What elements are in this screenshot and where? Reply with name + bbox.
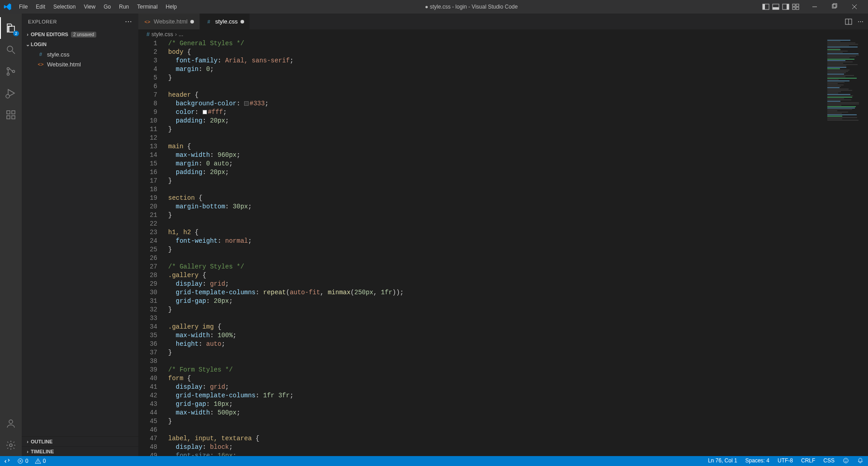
- maximize-button[interactable]: [825, 3, 844, 10]
- menu-view[interactable]: View: [80, 2, 99, 12]
- accounts-activity[interactable]: [0, 413, 22, 434]
- minimize-button[interactable]: [805, 3, 825, 10]
- layout-controls[interactable]: [762, 3, 799, 10]
- remote-indicator[interactable]: [5, 458, 11, 464]
- settings-activity[interactable]: [0, 434, 22, 456]
- editor-tab[interactable]: #style.css: [200, 14, 250, 29]
- encoding[interactable]: UTF-8: [778, 457, 793, 465]
- menu-file[interactable]: File: [15, 2, 31, 12]
- editor-tab[interactable]: <>Website.html: [138, 14, 200, 29]
- editor-tabs: <>Website.html#style.css ⋯: [138, 14, 868, 29]
- debug-activity[interactable]: [0, 82, 22, 104]
- chevron-right-icon: ›: [24, 449, 31, 454]
- svg-rect-11: [832, 5, 836, 8]
- file-icon: #: [37, 51, 44, 58]
- line-gutter: 1234567891011121314151617181920212223242…: [138, 39, 165, 456]
- unsaved-badge: 2 unsaved: [71, 32, 96, 38]
- extensions-activity[interactable]: [0, 104, 22, 126]
- svg-rect-5: [787, 4, 789, 9]
- svg-rect-8: [793, 7, 795, 9]
- indentation[interactable]: Spaces: 4: [745, 457, 769, 465]
- search-activity[interactable]: [0, 39, 22, 61]
- explorer-more-icon[interactable]: ⋯: [125, 17, 132, 26]
- svg-rect-22: [7, 111, 10, 114]
- panel-bottom-icon[interactable]: [772, 3, 779, 10]
- explorer-badge: 2: [13, 31, 19, 36]
- warnings-indicator[interactable]: 0: [35, 458, 46, 464]
- title-bar: FileEditSelectionViewGoRunTerminalHelp ●…: [0, 0, 868, 14]
- split-editor-icon[interactable]: [845, 18, 852, 25]
- file-item[interactable]: #style.css: [22, 49, 138, 59]
- svg-point-19: [13, 71, 15, 73]
- feedback-icon[interactable]: [843, 457, 849, 465]
- chevron-right-icon: ›: [175, 31, 177, 38]
- tab-label: style.css: [215, 18, 238, 25]
- svg-rect-12: [833, 4, 837, 7]
- breadcrumbs[interactable]: # style.css › ...: [138, 29, 868, 39]
- menu-run[interactable]: Run: [115, 2, 132, 12]
- menu-bar: FileEditSelectionViewGoRunTerminalHelp: [15, 2, 180, 12]
- breadcrumb-tail[interactable]: ...: [179, 31, 183, 38]
- svg-point-36: [845, 459, 845, 460]
- file-icon: <>: [37, 61, 44, 68]
- open-editors-label: OPEN EDITORS: [31, 32, 68, 37]
- file-icon: <>: [144, 18, 151, 25]
- open-editors-header[interactable]: › OPEN EDITORS 2 unsaved: [22, 29, 138, 39]
- close-button[interactable]: [844, 3, 864, 10]
- dirty-indicator-icon: [190, 20, 194, 24]
- chevron-right-icon: ›: [24, 32, 31, 37]
- code-content[interactable]: /* General Styles */body { font-family: …: [165, 39, 868, 456]
- file-item[interactable]: <>Website.html: [22, 59, 138, 69]
- svg-point-17: [7, 68, 9, 70]
- vscode-logo-icon: [4, 3, 12, 11]
- dirty-indicator-icon: [241, 20, 244, 24]
- tab-more-icon[interactable]: ⋯: [858, 18, 863, 25]
- menu-edit[interactable]: Edit: [32, 2, 49, 12]
- bell-icon[interactable]: [857, 457, 863, 465]
- file-name: style.css: [47, 51, 70, 58]
- project-name: LOGIN: [31, 42, 47, 47]
- svg-rect-6: [793, 4, 795, 6]
- outline-header[interactable]: › OUTLINE: [22, 436, 138, 446]
- file-name: Website.html: [47, 61, 81, 68]
- window-title: ● style.css - login - Visual Studio Code: [180, 4, 762, 10]
- timeline-header[interactable]: › TIMELINE: [22, 446, 138, 456]
- menu-selection[interactable]: Selection: [50, 2, 79, 12]
- window-controls: [805, 3, 864, 10]
- cursor-position[interactable]: Ln 76, Col 1: [708, 457, 737, 465]
- svg-point-21: [6, 94, 9, 98]
- minimap[interactable]: [826, 39, 862, 456]
- code-editor[interactable]: 1234567891011121314151617181920212223242…: [138, 39, 868, 456]
- svg-line-16: [12, 51, 15, 54]
- file-icon: #: [205, 18, 212, 25]
- menu-terminal[interactable]: Terminal: [133, 2, 161, 12]
- outline-label: OUTLINE: [31, 439, 52, 444]
- svg-rect-1: [763, 4, 765, 9]
- status-bar: 0 0 Ln 76, Col 1 Spaces: 4 UTF-8 CRLF CS…: [0, 456, 868, 466]
- svg-rect-9: [796, 7, 799, 9]
- panel-right-icon[interactable]: [782, 3, 789, 10]
- svg-rect-25: [12, 116, 15, 119]
- explorer-title: EXPLORER: [28, 19, 57, 24]
- timeline-label: TIMELINE: [31, 449, 54, 454]
- menu-help[interactable]: Help: [162, 2, 181, 12]
- chevron-right-icon: ›: [24, 439, 31, 444]
- explorer-activity[interactable]: 2: [0, 17, 22, 39]
- project-header[interactable]: ⌄ LOGIN: [22, 39, 138, 49]
- scm-activity[interactable]: [0, 61, 22, 82]
- menu-go[interactable]: Go: [100, 2, 114, 12]
- svg-point-27: [9, 444, 12, 447]
- svg-rect-24: [7, 116, 10, 119]
- tab-label: Website.html: [154, 18, 188, 25]
- svg-point-35: [844, 458, 849, 463]
- errors-indicator[interactable]: 0: [17, 458, 28, 464]
- panel-left-icon[interactable]: [762, 3, 769, 10]
- breadcrumb-file[interactable]: style.css: [151, 31, 173, 38]
- svg-rect-3: [773, 7, 779, 9]
- svg-point-34: [38, 462, 38, 463]
- language-mode[interactable]: CSS: [823, 457, 835, 465]
- editor-area: <>Website.html#style.css ⋯ # style.css ›…: [138, 14, 868, 456]
- eol[interactable]: CRLF: [801, 457, 815, 465]
- svg-point-18: [7, 73, 9, 75]
- layout-icon[interactable]: [792, 3, 799, 10]
